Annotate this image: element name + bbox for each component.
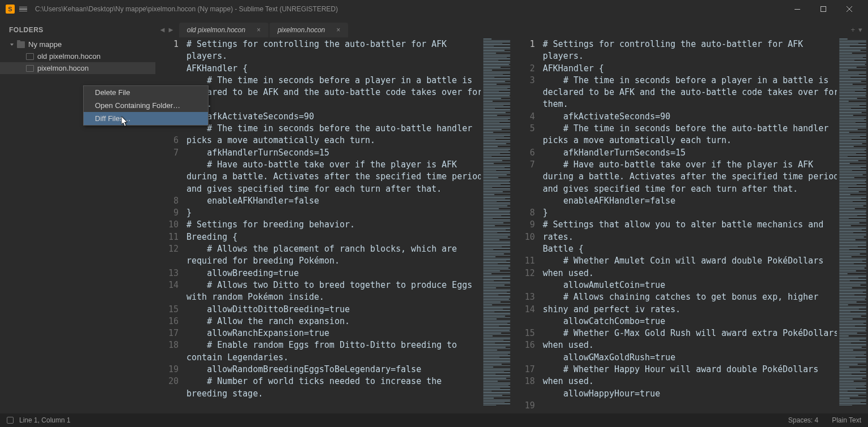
tab-menu-icon[interactable]: ▾ bbox=[858, 25, 862, 34]
left-pane[interactable]: 1 4 67 89101112 1314 15161718 1920 # Set… bbox=[155, 37, 512, 413]
minimap[interactable] bbox=[481, 37, 512, 413]
tab-old-pixelmon[interactable]: old pixelmon.hocon × bbox=[179, 23, 268, 37]
file-row[interactable]: old pixelmon.hocon bbox=[0, 50, 155, 62]
file-label: pixelmon.hocon bbox=[37, 64, 89, 72]
new-tab-icon[interactable]: + bbox=[850, 25, 855, 34]
folder-label: Ny mappe bbox=[28, 40, 62, 49]
cursor-icon bbox=[121, 117, 128, 127]
nav-forward-icon[interactable]: ► bbox=[167, 25, 175, 34]
file-label: old pixelmon.hocon bbox=[37, 52, 101, 61]
title-bar: S C:\Users\Kehaan\Desktop\Ny mappe\pixel… bbox=[0, 0, 868, 18]
tab-label: pixelmon.hocon bbox=[277, 26, 325, 34]
svg-rect-1 bbox=[821, 7, 826, 12]
minimize-button[interactable] bbox=[784, 0, 810, 18]
tab-close-icon[interactable]: × bbox=[257, 26, 261, 34]
file-row-selected[interactable]: pixelmon.hocon bbox=[0, 62, 155, 74]
close-button[interactable] bbox=[836, 0, 862, 18]
svg-rect-0 bbox=[795, 9, 800, 10]
tab-close-icon[interactable]: × bbox=[336, 26, 340, 34]
folder-row[interactable]: Ny mappe bbox=[0, 38, 155, 50]
chevron-down-icon[interactable] bbox=[9, 42, 15, 48]
right-pane[interactable]: 1 23 45 67 8910 1112 1314 1516 1718 19 #… bbox=[512, 37, 869, 413]
status-syntax[interactable]: Plain Text bbox=[832, 416, 861, 424]
context-diff-files[interactable]: Diff Files… bbox=[84, 112, 208, 125]
folder-icon bbox=[17, 41, 25, 48]
gutter: 1 23 45 67 8910 1112 1314 1516 1718 19 bbox=[512, 37, 543, 413]
code-area[interactable]: # Settings for controlling the auto-batt… bbox=[186, 37, 512, 413]
context-menu: Delete File Open Containing Folder… Diff… bbox=[83, 85, 209, 126]
editor-area: ◄ ► old pixelmon.hocon × pixelmon.hocon … bbox=[155, 18, 868, 413]
tab-pixelmon[interactable]: pixelmon.hocon × bbox=[270, 23, 348, 37]
context-delete-file[interactable]: Delete File bbox=[84, 86, 208, 99]
maximize-button[interactable] bbox=[810, 0, 836, 18]
menu-icon[interactable] bbox=[19, 7, 27, 12]
code-area[interactable]: # Settings for controlling the auto-batt… bbox=[543, 37, 869, 413]
file-icon bbox=[26, 53, 34, 60]
app-icon: S bbox=[6, 5, 15, 14]
status-position[interactable]: Line 1, Column 1 bbox=[19, 416, 71, 424]
status-spaces[interactable]: Spaces: 4 bbox=[788, 416, 818, 424]
tab-bar: ◄ ► old pixelmon.hocon × pixelmon.hocon … bbox=[155, 18, 868, 37]
window-title: C:\Users\Kehaan\Desktop\Ny mappe\pixelmo… bbox=[35, 5, 784, 13]
sidebar: FOLDERS Ny mappe old pixelmon.hocon pixe… bbox=[0, 18, 155, 413]
file-icon bbox=[26, 65, 34, 72]
minimap[interactable] bbox=[837, 37, 868, 413]
status-bar: Line 1, Column 1 Spaces: 4 Plain Text bbox=[0, 413, 868, 427]
context-open-containing-folder[interactable]: Open Containing Folder… bbox=[84, 99, 208, 112]
nav-back-icon[interactable]: ◄ bbox=[159, 25, 166, 34]
sidebar-header: FOLDERS bbox=[0, 26, 155, 38]
status-icon[interactable] bbox=[7, 417, 14, 424]
tab-label: old pixelmon.hocon bbox=[187, 26, 245, 34]
